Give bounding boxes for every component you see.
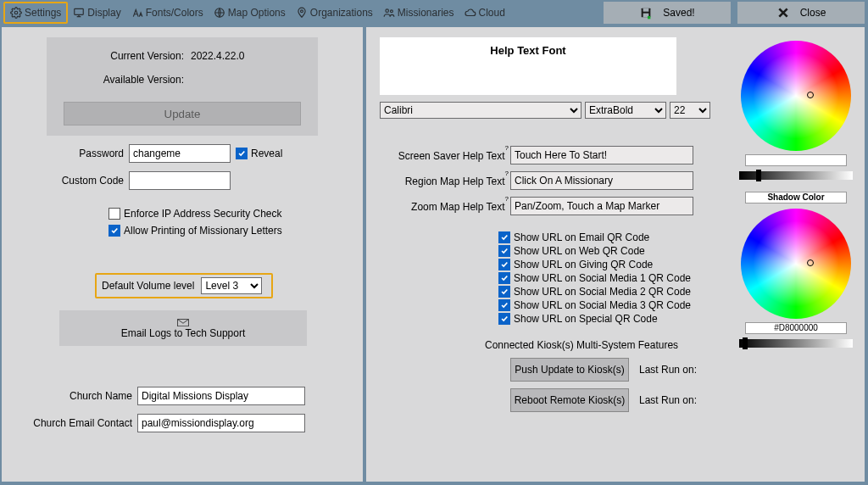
tab-label: Cloud [479,7,505,19]
shadow-color-value: #D8000000 [745,322,847,334]
qr-label: Show URL on Web QR Code [514,245,645,257]
monitor-icon [73,7,85,19]
tab-missionaries[interactable]: Missionaries [378,2,459,24]
close-button[interactable]: Close [737,2,865,24]
reboot-last-run: Last Run on: [639,394,697,406]
tab-label: Map Options [228,7,286,19]
close-label: Close [800,7,826,19]
tab-organizations[interactable]: Organizations [291,2,378,24]
people-icon [383,7,395,19]
qr-sm3-checkbox[interactable] [498,299,510,311]
push-last-run: Last Run on: [639,364,697,376]
tab-fonts-colors[interactable]: Fonts/Colors [126,2,209,24]
text-color-picker[interactable] [739,41,853,180]
color-wheel[interactable] [741,209,851,319]
svg-point-0 [14,11,18,14]
password-label: Password [36,148,129,159]
qr-label: Show URL on Special QR Code [514,313,658,325]
brightness-slider[interactable] [739,339,853,348]
current-version-value: 2022.4.22.0 [191,50,244,62]
tab-label: Missionaries [398,7,454,19]
left-panel: Current Version: 2022.4.22.0 Available V… [2,27,363,482]
brightness-slider[interactable] [739,171,853,180]
shadow-color-picker[interactable]: Shadow Color #D8000000 [739,188,853,348]
qr-sm1-checkbox[interactable] [498,272,510,284]
tab-cloud[interactable]: Cloud [459,2,510,24]
font-family-select[interactable]: Calibri [380,102,581,119]
enforce-ip-checkbox[interactable] [108,208,120,220]
saved-button[interactable]: Saved! [604,2,731,24]
cloud-icon [465,7,476,19]
globe-icon [214,7,225,19]
church-name-label: Church Name [2,390,137,402]
tab-label: Organizations [310,7,373,19]
saved-label: Saved! [663,7,694,19]
reveal-checkbox[interactable] [236,148,248,159]
color-dot[interactable] [807,92,814,98]
tab-display[interactable]: Display [68,2,125,24]
close-icon [776,6,790,20]
tab-label: Settings [25,7,61,19]
zoom-map-label: Zoom Map Help Text? [366,200,510,213]
top-tab-bar: Settings Display Fonts/Colors Map Option… [0,0,868,25]
help-font-preview: Help Text Font [380,37,676,95]
allow-print-label: Allow Printing of Missionary Letters [124,225,282,237]
help-font-title: Help Text Font [490,44,565,57]
current-version-label: Current Version: [47,50,191,62]
qr-label: Show URL on Social Media 2 QR Code [514,286,691,298]
right-panel: Help Text Font Calibri ExtraBold 22 Scre… [366,27,865,482]
custom-code-label: Custom Code [36,175,129,187]
color-dot[interactable] [807,259,814,266]
shadow-color-label: Shadow Color [745,192,847,203]
pin-icon [296,7,308,19]
region-map-input[interactable] [510,171,693,190]
church-email-label: Church Email Contact [2,417,137,429]
tab-settings[interactable]: Settings [3,2,68,24]
font-size-select[interactable]: 22 [670,102,710,119]
slider-handle[interactable] [756,170,761,181]
svg-rect-1 [75,8,84,14]
reboot-button[interactable]: Reboot Remote Kiosk(s) [510,388,629,412]
svg-rect-9 [648,16,650,19]
qr-web-checkbox[interactable] [498,245,510,257]
church-email-input[interactable] [137,414,305,432]
svg-point-5 [390,10,392,13]
screen-saver-input[interactable] [510,146,693,164]
reveal-label: Reveal [251,148,282,159]
svg-rect-7 [643,8,649,12]
svg-point-3 [300,10,303,13]
email-logs-label: Email Logs to Tech Support [121,327,246,339]
color-wheel[interactable] [741,41,851,151]
qr-email-checkbox[interactable] [498,231,510,243]
screen-saver-label: Screen Saver Help Text? [366,149,510,162]
custom-code-input[interactable] [129,171,231,190]
update-button[interactable]: Update [64,102,301,125]
password-input[interactable] [129,144,231,163]
font-weight-select[interactable]: ExtraBold [585,102,666,119]
region-map-label: Region Map Help Text? [366,175,510,187]
slider-handle[interactable] [743,337,748,349]
qr-giving-checkbox[interactable] [498,259,510,270]
qr-special-checkbox[interactable] [498,313,510,325]
volume-box: Default Volume level Level 3 [95,273,273,298]
church-name-input[interactable] [137,387,305,405]
email-logs-button[interactable]: Email Logs to Tech Support [59,310,307,346]
enforce-ip-label: Enforce IP Address Security Check [124,208,282,220]
tab-map-options[interactable]: Map Options [209,2,291,24]
version-box: Current Version: 2022.4.22.0 Available V… [47,37,318,136]
qr-label: Show URL on Email QR Code [514,231,649,243]
available-version-label: Available Version: [47,74,191,86]
qr-label: Show URL on Social Media 3 QR Code [514,299,691,311]
font-icon [131,7,143,19]
push-update-button[interactable]: Push Update to Kiosk(s) [510,358,629,382]
zoom-map-input[interactable] [510,197,693,215]
volume-label: Default Volume level [102,280,194,292]
allow-print-checkbox[interactable] [108,225,120,237]
qr-sm2-checkbox[interactable] [498,286,510,298]
volume-select[interactable]: Level 3 [201,277,262,294]
tab-label: Display [87,7,120,19]
qr-label: Show URL on Social Media 1 QR Code [514,272,691,284]
save-icon [639,6,653,20]
gear-icon [10,7,22,19]
tab-label: Fonts/Colors [146,7,203,19]
